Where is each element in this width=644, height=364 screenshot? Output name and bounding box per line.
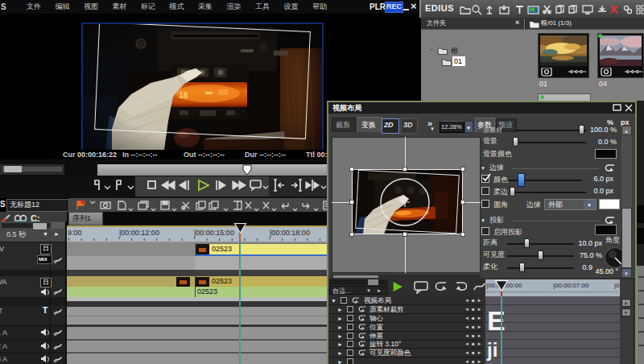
svg-text:|00:00:15:00: |00:00:15:00 [194, 229, 234, 237]
svg-text:9:00: 9:00 [68, 229, 82, 237]
svg-text:|00:00:12:00: |00:00:12:00 [119, 229, 159, 237]
svg-text:|00:00:18:00: |00:00:18:00 [270, 229, 310, 237]
